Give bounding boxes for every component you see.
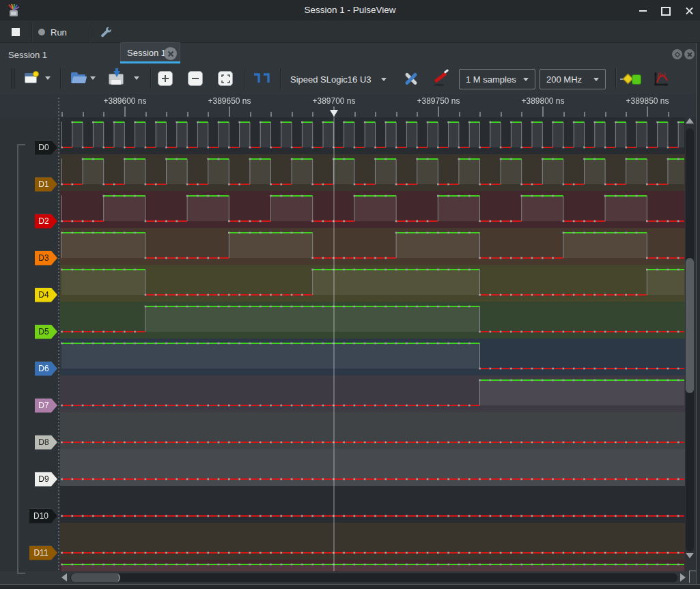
dock-float-button[interactable] <box>672 49 682 59</box>
open-file-button[interactable] <box>70 71 87 85</box>
new-session-icon <box>25 71 39 84</box>
save-file-button[interactable] <box>109 71 124 85</box>
v-scroll-up-button[interactable] <box>686 118 694 124</box>
pulseview-window: Session 1 - PulseView Run Session 1 Ses <box>0 0 700 589</box>
ruler-ticks-canvas <box>60 96 685 117</box>
v-scrollbar-thumb[interactable] <box>686 258 694 393</box>
device-dropdown-arrow <box>381 78 387 81</box>
active-tab-underline <box>120 61 180 63</box>
add-decoder-icon <box>620 72 641 86</box>
arrow-up-icon <box>686 118 694 124</box>
svg-text:f(x): f(x) <box>658 72 665 78</box>
h-scroll-right-button[interactable] <box>680 573 686 581</box>
maximize-icon <box>661 7 671 16</box>
maximize-button[interactable] <box>658 6 673 16</box>
zoom-in-icon <box>161 74 169 83</box>
math-signal-icon: f(x) <box>652 70 671 88</box>
zoom-out-button[interactable] <box>188 71 203 86</box>
minimize-icon <box>639 10 647 12</box>
open-file-dropdown-arrow[interactable] <box>90 76 96 80</box>
session-toolbar: Sipeed SLogic16 U3 1 M samples 200 MHz <box>0 64 697 94</box>
channels-probe-icon <box>432 70 451 87</box>
tab-session-1[interactable]: Session 1 <box>120 42 180 63</box>
stop-icon <box>12 28 20 36</box>
sample-count-combobox[interactable]: 1 M samples <box>459 69 535 89</box>
ruler-time-label: +389750 ns <box>417 96 460 106</box>
configure-device-button[interactable] <box>402 70 420 87</box>
window-right-margin <box>697 43 700 585</box>
sample-count-value: 1 M samples <box>466 74 516 85</box>
save-file-icon <box>109 71 124 85</box>
zoom-fit-button[interactable] <box>218 71 233 86</box>
window-right-border <box>696 43 697 585</box>
run-button[interactable]: Run <box>38 23 67 41</box>
new-session-dropdown-arrow[interactable] <box>45 76 51 80</box>
pulses-icon <box>251 72 272 85</box>
close-button[interactable] <box>682 6 697 16</box>
zoom-out-icon <box>191 74 199 83</box>
sample-count-dropdown-arrow <box>523 78 529 81</box>
view-edge-dotted-line <box>58 98 59 571</box>
new-session-button[interactable] <box>25 71 39 84</box>
ruler-time-label: +389700 ns <box>312 96 355 106</box>
run-button-label: Run <box>51 27 67 38</box>
title-bar[interactable]: Session 1 - PulseView <box>0 0 700 20</box>
arrow-right-icon <box>680 573 686 581</box>
dock-close-icon <box>687 52 692 57</box>
arrow-left-icon <box>61 573 67 581</box>
add-decoder-button[interactable] <box>620 72 641 86</box>
add-math-signal-button[interactable]: f(x) <box>652 70 671 88</box>
zoom-fit-icon <box>221 74 230 83</box>
zoom-in-button[interactable] <box>158 71 173 86</box>
window-bottom-strip <box>0 585 700 589</box>
stop-button[interactable] <box>7 23 25 41</box>
ruler-time-label: +389600 ns <box>103 96 146 106</box>
tab-label: Session 1 <box>127 48 166 58</box>
v-scroll-down-button[interactable] <box>686 553 694 558</box>
dock-close-button[interactable] <box>684 49 695 59</box>
save-file-dropdown-arrow[interactable] <box>134 76 139 80</box>
run-state-icon <box>38 29 45 35</box>
open-file-icon <box>70 71 87 85</box>
device-config-icon <box>402 70 420 87</box>
ruler-time-label: +389650 ns <box>208 96 251 106</box>
channel-group-bracket[interactable] <box>17 144 25 574</box>
settings-button[interactable] <box>97 23 115 41</box>
ruler-time-label: +389850 ns <box>626 96 669 106</box>
float-dock-icon <box>674 51 680 57</box>
h-scrollbar-track[interactable] <box>70 573 677 582</box>
zoom-to-pulses-button[interactable] <box>251 72 272 85</box>
toolbar-drag-handle[interactable] <box>11 68 15 89</box>
h-scroll-left-button[interactable] <box>61 573 67 581</box>
close-icon <box>685 7 694 16</box>
wrench-icon <box>99 25 113 39</box>
sample-rate-combobox[interactable]: 200 MHz <box>540 69 606 89</box>
window-title: Session 1 - PulseView <box>0 5 700 15</box>
tab-close-button[interactable] <box>164 47 177 60</box>
configure-channels-button[interactable] <box>432 70 451 87</box>
device-name: Sipeed SLogic16 U3 <box>290 74 372 85</box>
h-scrollbar-thumb[interactable] <box>71 573 120 582</box>
main-toolbar: Run Session 1 <box>0 20 700 43</box>
minimize-button[interactable] <box>635 6 650 16</box>
ruler-time-label: +389800 ns <box>521 96 564 106</box>
tab-close-icon <box>167 51 174 57</box>
sample-rate-value: 200 MHz <box>546 74 582 85</box>
waveform-canvas[interactable] <box>60 117 685 571</box>
device-selector[interactable]: Sipeed SLogic16 U3 <box>290 70 387 89</box>
dock-title: Session 1 <box>8 50 47 60</box>
arrow-down-icon <box>686 553 694 558</box>
sample-rate-dropdown-arrow <box>593 78 599 81</box>
